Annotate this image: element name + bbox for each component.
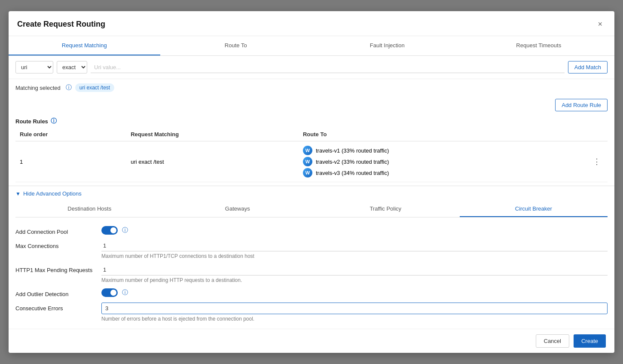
modal-overlay: Create Request Routing × Request Matchin… — [0, 0, 623, 364]
matching-selected-row: Matching selected ⓘ uri exact /test — [9, 79, 614, 96]
add-route-rule-button[interactable]: Add Route Rule — [555, 99, 608, 111]
toggle-switch-outlier: ⓘ — [101, 288, 608, 297]
form-row-max-connections: Max Connections Maximum number of HTTP1/… — [15, 237, 608, 261]
http1-pending-control: Maximum number of pending HTTP requests … — [101, 264, 608, 283]
add-route-rule-row: Add Route Rule — [9, 96, 614, 114]
outlier-slider — [101, 288, 118, 297]
tab-request-timeouts[interactable]: Request Timeouts — [463, 36, 615, 55]
form-row-consecutive-errors: Consecutive Errors Number of errors befo… — [15, 299, 608, 324]
tab-request-matching[interactable]: Request Matching — [9, 36, 160, 55]
connection-pool-control: ⓘ — [101, 226, 608, 235]
w-badge-0: W — [303, 146, 312, 155]
kebab-cell: ⋮ — [586, 141, 608, 182]
consecutive-errors-input[interactable] — [101, 303, 608, 314]
matching-tag-0: uri exact /test — [75, 83, 114, 92]
max-connections-input[interactable] — [101, 240, 608, 251]
route-rules-label: Route Rules — [15, 118, 48, 125]
rule-order: 1 — [15, 141, 126, 182]
route-rules-section: Route Rules ⓘ Rule order Request Matchin… — [9, 114, 614, 186]
toggle-switch-connection-pool: ⓘ — [101, 226, 608, 235]
route-rules-info-icon[interactable]: ⓘ — [51, 117, 57, 125]
col-request-matching: Request Matching — [126, 128, 299, 141]
toggle-slider — [101, 226, 118, 235]
inner-tab-traffic-policy[interactable]: Traffic Policy — [312, 201, 460, 217]
max-connections-control: Maximum number of HTTP1/TCP connections … — [101, 240, 608, 259]
w-badge-2: W — [303, 168, 312, 177]
match-select[interactable]: exact prefix regex — [57, 61, 87, 73]
dest-text-1: travels-v2 (33% routed traffic) — [316, 159, 389, 165]
w-badge-1: W — [303, 157, 312, 166]
consecutive-errors-label: Consecutive Errors — [15, 303, 101, 312]
inner-tab-circuit-breaker[interactable]: Circuit Breaker — [460, 201, 608, 217]
dest-text-2: travels-v3 (34% routed traffic) — [316, 170, 389, 176]
close-button[interactable]: × — [594, 18, 606, 31]
http1-pending-input[interactable] — [101, 264, 608, 275]
max-connections-hint: Maximum number of HTTP1/TCP connections … — [101, 253, 608, 259]
type-select[interactable]: uri header method authority — [15, 61, 53, 73]
outlier-detection-control: ⓘ — [101, 288, 608, 297]
hide-advanced-label: Hide Advanced Options — [23, 190, 82, 197]
outlier-info-icon[interactable]: ⓘ — [122, 289, 128, 297]
form-row-connection-pool: Add Connection Pool ⓘ — [15, 223, 608, 237]
modal-body: uri header method authority exact prefix… — [9, 56, 614, 329]
col-rule-order: Rule order — [15, 128, 126, 141]
advanced-section: ▼ Hide Advanced Options Destination Host… — [9, 186, 614, 329]
http1-pending-hint: Maximum number of pending HTTP requests … — [101, 277, 608, 283]
inner-tab-destination-hosts[interactable]: Destination Hosts — [15, 201, 164, 217]
connection-pool-label: Add Connection Pool — [15, 226, 101, 235]
modal: Create Request Routing × Request Matchin… — [9, 11, 614, 353]
create-button[interactable]: Create — [574, 334, 606, 348]
modal-title: Create Request Routing — [17, 20, 105, 29]
outlier-detection-label: Add Outlier Detection — [15, 288, 101, 297]
dest-row-1: W travels-v2 (33% routed traffic) — [303, 157, 582, 166]
hide-advanced-button[interactable]: ▼ Hide Advanced Options — [15, 190, 82, 197]
match-row: uri header method authority exact prefix… — [9, 56, 614, 79]
form-row-outlier-detection: Add Outlier Detection ⓘ — [15, 285, 608, 299]
modal-footer: Cancel Create — [9, 329, 614, 353]
circuit-breaker-form: Add Connection Pool ⓘ — [15, 217, 608, 329]
connection-pool-toggle[interactable] — [101, 226, 118, 235]
inner-tab-gateways[interactable]: Gateways — [164, 201, 312, 217]
rule-matching: uri exact /test — [126, 141, 299, 182]
col-route-to: Route To — [299, 128, 586, 141]
rule-destinations: W travels-v1 (33% routed traffic) W trav… — [299, 141, 586, 182]
destinations: W travels-v1 (33% routed traffic) W trav… — [303, 146, 582, 177]
inner-tabs: Destination Hosts Gateways Traffic Polic… — [15, 201, 608, 217]
cancel-button[interactable]: Cancel — [536, 334, 569, 348]
modal-header: Create Request Routing × — [9, 11, 614, 36]
tab-fault-injection[interactable]: Fault Injection — [312, 36, 463, 55]
matching-selected-info-icon[interactable]: ⓘ — [66, 84, 72, 92]
uri-input[interactable] — [91, 62, 565, 73]
tab-route-to[interactable]: Route To — [160, 36, 312, 55]
kebab-menu-button[interactable]: ⋮ — [590, 156, 603, 167]
route-rules-header: Route Rules ⓘ — [15, 114, 608, 128]
add-match-button[interactable]: Add Match — [568, 61, 608, 73]
tabs-bar: Request Matching Route To Fault Injectio… — [9, 36, 614, 56]
http1-pending-label: HTTP1 Max Pending Requests — [15, 264, 101, 273]
chevron-down-icon: ▼ — [15, 191, 21, 197]
table-row: 1 uri exact /test W travels-v1 (33% rout… — [15, 141, 608, 182]
matching-selected-label: Matching selected — [15, 85, 61, 91]
form-row-http1-pending: HTTP1 Max Pending Requests Maximum numbe… — [15, 261, 608, 285]
dest-text-0: travels-v1 (33% routed traffic) — [316, 147, 389, 154]
max-connections-label: Max Connections — [15, 240, 101, 249]
consecutive-errors-hint: Number of errors before a host is ejecte… — [101, 316, 608, 322]
dest-row-0: W travels-v1 (33% routed traffic) — [303, 146, 582, 155]
dest-row-2: W travels-v3 (34% routed traffic) — [303, 168, 582, 177]
route-rules-table: Rule order Request Matching Route To 1 u… — [15, 128, 608, 182]
connection-pool-info-icon[interactable]: ⓘ — [122, 226, 128, 234]
consecutive-errors-control: Number of errors before a host is ejecte… — [101, 303, 608, 322]
outlier-toggle[interactable] — [101, 288, 118, 297]
